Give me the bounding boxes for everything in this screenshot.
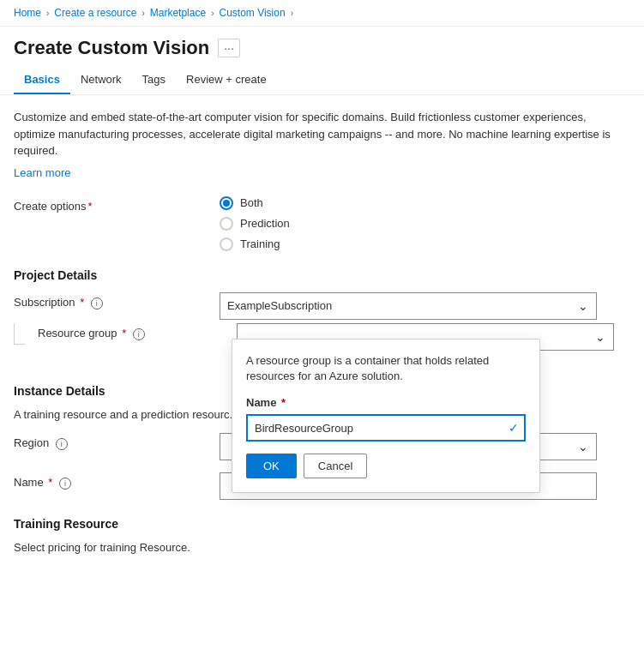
subscription-info-icon[interactable]: i [91, 297, 103, 309]
breadcrumb-chevron-1: › [46, 9, 49, 18]
radio-training[interactable]: Training [220, 237, 290, 251]
name-info-icon[interactable]: i [59, 478, 71, 490]
popup-description: A resource group is a container that hol… [246, 353, 526, 384]
project-details-title: Project Details [14, 268, 630, 282]
radio-circle-both [220, 196, 233, 210]
subscription-select-wrapper: ExampleSubscription [220, 292, 597, 320]
breadcrumb: Home › Create a resource › Marketplace ›… [0, 0, 644, 27]
training-resource-desc: Select pricing for training Resource. [14, 541, 630, 554]
tab-basics[interactable]: Basics [14, 66, 70, 94]
page-header: Create Custom Vision ··· [0, 27, 644, 66]
resource-group-popup: A resource group is a container that hol… [232, 339, 540, 493]
resource-group-label: Resource group * i [31, 323, 237, 340]
breadcrumb-chevron-2: › [141, 9, 144, 18]
resource-group-info-icon[interactable]: i [133, 328, 145, 340]
subscription-control: ExampleSubscription [220, 292, 597, 320]
create-options-label: Create options* [14, 196, 220, 213]
radio-prediction[interactable]: Prediction [220, 217, 290, 231]
learn-more-link[interactable]: Learn more [14, 166, 70, 179]
training-resource-section: Training Resource Select pricing for tra… [14, 517, 630, 554]
radio-label-both: Both [240, 196, 263, 209]
breadcrumb-home[interactable]: Home [14, 7, 41, 19]
breadcrumb-create-resource[interactable]: Create a resource [54, 7, 136, 19]
name-label: Name * i [14, 472, 220, 490]
create-options-row: Create options* Both Prediction Training [14, 196, 630, 251]
tab-tags[interactable]: Tags [132, 66, 176, 94]
training-resource-title: Training Resource [14, 517, 630, 531]
create-options-group: Both Prediction Training [220, 196, 290, 251]
page-description: Customize and embed state-of-the-art com… [14, 109, 630, 159]
breadcrumb-custom-vision[interactable]: Custom Vision [219, 7, 285, 19]
region-label: Region i [14, 433, 220, 450]
radio-dot-both [223, 200, 230, 207]
tabs-container: Basics Network Tags Review + create [0, 66, 644, 95]
popup-cancel-button[interactable]: Cancel [304, 454, 367, 478]
popup-input-wrapper [246, 414, 526, 442]
ellipsis-button[interactable]: ··· [218, 39, 240, 57]
breadcrumb-marketplace[interactable]: Marketplace [150, 7, 206, 19]
radio-label-training: Training [240, 237, 280, 250]
tab-network[interactable]: Network [70, 66, 132, 94]
popup-buttons: OK Cancel [246, 454, 526, 478]
popup-name-input[interactable] [246, 414, 526, 442]
popup-name-label: Name * [246, 396, 526, 409]
breadcrumb-chevron-3: › [211, 9, 214, 18]
radio-label-prediction: Prediction [240, 217, 290, 230]
page-title: Create Custom Vision [14, 37, 209, 59]
subscription-row: Subscription * i ExampleSubscription [14, 292, 630, 320]
region-info-icon[interactable]: i [56, 438, 68, 450]
subscription-label: Subscription * i [14, 292, 220, 309]
tab-review-create[interactable]: Review + create [176, 66, 277, 94]
radio-circle-prediction [220, 217, 233, 231]
radio-circle-training [220, 237, 233, 251]
breadcrumb-chevron-4: › [291, 9, 293, 18]
popup-ok-button[interactable]: OK [246, 454, 297, 478]
radio-both[interactable]: Both [220, 196, 290, 210]
subscription-select[interactable]: ExampleSubscription [220, 292, 597, 320]
